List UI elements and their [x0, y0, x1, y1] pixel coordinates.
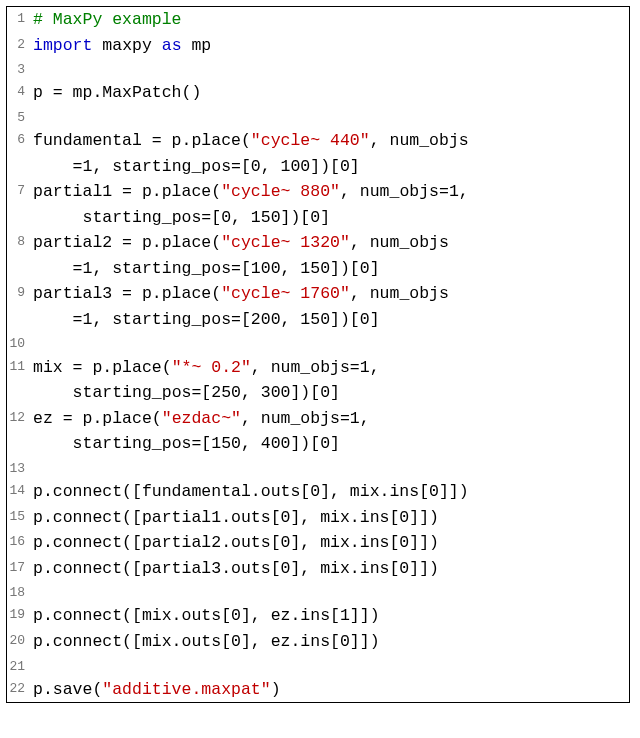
- code-token: p.connect([fundamental.outs[0], mix.ins[…: [33, 482, 469, 501]
- line-number: 10: [7, 332, 29, 354]
- code-line: 8partial2 = p.place("cycle~ 1320", num_o…: [7, 230, 629, 281]
- code-line: 1# MaxPy example: [7, 7, 629, 33]
- code-line: 6fundamental = p.place("cycle~ 440", num…: [7, 128, 629, 179]
- code-line: 14p.connect([fundamental.outs[0], mix.in…: [7, 479, 629, 505]
- line-number: 12: [7, 406, 29, 428]
- line-number: 9: [7, 281, 29, 303]
- code-token: p = mp.MaxPatch(): [33, 83, 201, 102]
- line-number: 11: [7, 355, 29, 377]
- code-line: 11mix = p.place("*~ 0.2", num_objs=1, st…: [7, 355, 629, 406]
- line-number: 16: [7, 530, 29, 552]
- code-token: as: [162, 36, 182, 55]
- code-line: 2import maxpy as mp: [7, 33, 629, 59]
- line-number: 17: [7, 556, 29, 578]
- code-token: fundamental = p.place(: [33, 131, 251, 150]
- code-token: , num_objs: [350, 284, 449, 303]
- code-line: 12ez = p.place("ezdac~", num_objs=1, sta…: [7, 406, 629, 457]
- code-token: , num_objs=1,: [251, 358, 380, 377]
- code-content: import maxpy as mp: [29, 33, 629, 59]
- code-token: partial2 = p.place(: [33, 233, 221, 252]
- code-token: "*~ 0.2": [172, 358, 251, 377]
- line-number: 13: [7, 457, 29, 479]
- code-content: fundamental = p.place("cycle~ 440", num_…: [29, 128, 629, 179]
- code-line: 9partial3 = p.place("cycle~ 1760", num_o…: [7, 281, 629, 332]
- line-number: 19: [7, 603, 29, 625]
- code-token: , num_objs=1,: [340, 182, 469, 201]
- code-token: "cycle~ 880": [221, 182, 340, 201]
- code-token: =1, starting_pos=[200, 150])[0]: [73, 310, 380, 329]
- code-token: =1, starting_pos=[0, 100])[0]: [73, 157, 360, 176]
- code-line: 16p.connect([partial2.outs[0], mix.ins[0…: [7, 530, 629, 556]
- code-token: "ezdac~": [162, 409, 241, 428]
- code-token: partial3 = p.place(: [33, 284, 221, 303]
- code-content: p.connect([partial3.outs[0], mix.ins[0]]…: [29, 556, 629, 582]
- code-token: "cycle~ 1760": [221, 284, 350, 303]
- code-line: 21: [7, 655, 629, 677]
- line-number: 20: [7, 629, 29, 651]
- code-line: 22p.save("additive.maxpat"): [7, 677, 629, 703]
- line-number: 6: [7, 128, 29, 150]
- code-content: p.save("additive.maxpat"): [29, 677, 629, 703]
- code-token: ez = p.place(: [33, 409, 162, 428]
- code-token: # MaxPy example: [33, 10, 182, 29]
- code-token: mix = p.place(: [33, 358, 172, 377]
- code-line: 17p.connect([partial3.outs[0], mix.ins[0…: [7, 556, 629, 582]
- code-content: p.connect([mix.outs[0], ez.ins[0]]): [29, 629, 629, 655]
- code-content: partial1 = p.place("cycle~ 880", num_obj…: [29, 179, 629, 230]
- line-number: 22: [7, 677, 29, 699]
- code-token: starting_pos=[250, 300])[0]: [73, 383, 340, 402]
- code-content: p.connect([fundamental.outs[0], mix.ins[…: [29, 479, 629, 505]
- code-token: p.connect([mix.outs[0], ez.ins[0]]): [33, 632, 380, 651]
- code-token: p.connect([partial1.outs[0], mix.ins[0]]…: [33, 508, 439, 527]
- line-number: 2: [7, 33, 29, 55]
- line-number: 5: [7, 106, 29, 128]
- code-token: p.connect([mix.outs[0], ez.ins[1]]): [33, 606, 380, 625]
- line-number: 1: [7, 7, 29, 29]
- code-token: mp: [182, 36, 212, 55]
- line-number: 14: [7, 479, 29, 501]
- code-token: maxpy: [92, 36, 161, 55]
- code-token: import: [33, 36, 92, 55]
- code-content: mix = p.place("*~ 0.2", num_objs=1, star…: [29, 355, 629, 406]
- code-line: 7partial1 = p.place("cycle~ 880", num_ob…: [7, 179, 629, 230]
- code-content: # MaxPy example: [29, 7, 629, 33]
- code-token: , num_objs: [350, 233, 449, 252]
- line-number: 18: [7, 581, 29, 603]
- code-token: , num_objs=1,: [241, 409, 370, 428]
- code-token: p.connect([partial3.outs[0], mix.ins[0]]…: [33, 559, 439, 578]
- code-token: starting_pos=[150, 400])[0]: [73, 434, 340, 453]
- code-content: ez = p.place("ezdac~", num_objs=1, start…: [29, 406, 629, 457]
- line-number: 15: [7, 505, 29, 527]
- code-content: partial2 = p.place("cycle~ 1320", num_ob…: [29, 230, 629, 281]
- code-line: 3: [7, 58, 629, 80]
- code-line: 13: [7, 457, 629, 479]
- code-token: "cycle~ 440": [251, 131, 370, 150]
- code-line: 19p.connect([mix.outs[0], ez.ins[1]]): [7, 603, 629, 629]
- code-token: "additive.maxpat": [102, 680, 270, 699]
- code-token: , num_objs: [370, 131, 469, 150]
- code-content: partial3 = p.place("cycle~ 1760", num_ob…: [29, 281, 629, 332]
- code-content: p.connect([partial1.outs[0], mix.ins[0]]…: [29, 505, 629, 531]
- code-token: "cycle~ 1320": [221, 233, 350, 252]
- code-token: ): [271, 680, 281, 699]
- code-line: 20p.connect([mix.outs[0], ez.ins[0]]): [7, 629, 629, 655]
- line-number: 3: [7, 58, 29, 80]
- code-line: 5: [7, 106, 629, 128]
- code-line: 18: [7, 581, 629, 603]
- code-content: p = mp.MaxPatch(): [29, 80, 629, 106]
- code-content: p.connect([partial2.outs[0], mix.ins[0]]…: [29, 530, 629, 556]
- code-content: p.connect([mix.outs[0], ez.ins[1]]): [29, 603, 629, 629]
- line-number: 8: [7, 230, 29, 252]
- code-token: p.connect([partial2.outs[0], mix.ins[0]]…: [33, 533, 439, 552]
- code-line: 4p = mp.MaxPatch(): [7, 80, 629, 106]
- line-number: 4: [7, 80, 29, 102]
- code-token: starting_pos=[0, 150])[0]: [73, 208, 330, 227]
- code-token: p.save(: [33, 680, 102, 699]
- code-token: =1, starting_pos=[100, 150])[0]: [73, 259, 380, 278]
- code-token: partial1 = p.place(: [33, 182, 221, 201]
- code-line: 10: [7, 332, 629, 354]
- line-number: 21: [7, 655, 29, 677]
- line-number: 7: [7, 179, 29, 201]
- code-line: 15p.connect([partial1.outs[0], mix.ins[0…: [7, 505, 629, 531]
- code-listing: 1# MaxPy example2import maxpy as mp34p =…: [6, 6, 630, 703]
